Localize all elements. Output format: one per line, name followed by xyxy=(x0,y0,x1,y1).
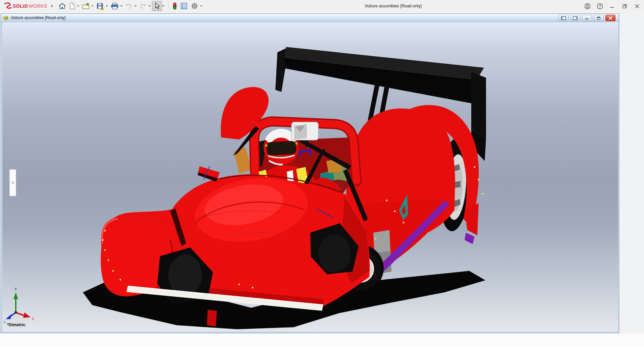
help-icon: ? xyxy=(597,3,603,9)
view-orientation-label: *Dimetric xyxy=(7,323,25,327)
feature-manager-splitter-handle[interactable] xyxy=(9,169,16,196)
options-gear-icon xyxy=(191,2,199,10)
document-window-controls xyxy=(558,15,615,21)
z-axis-label: Z xyxy=(4,321,6,324)
save-button[interactable] xyxy=(95,1,106,11)
solidworks-logo: SOLIDWORKS xyxy=(3,0,47,12)
pane-right-toggle-icon xyxy=(573,16,578,20)
new-document-icon xyxy=(69,2,75,10)
solidworks-3s-icon xyxy=(3,2,12,10)
save-dropdown[interactable] xyxy=(106,5,108,7)
left-rear-fender[interactable] xyxy=(221,87,269,139)
document-title-bar[interactable]: Voiture assomblee [Read-only] xyxy=(1,14,619,22)
z-axis-arrow xyxy=(6,314,12,319)
redo-button[interactable] xyxy=(138,1,148,11)
brand-solid: SOLID xyxy=(13,3,28,9)
minimize-icon xyxy=(585,16,589,20)
pane-left-toggle-button[interactable] xyxy=(558,15,569,21)
undo-button[interactable] xyxy=(124,1,134,11)
main-toolbar xyxy=(57,0,204,12)
helmet-vent xyxy=(265,145,268,147)
minimize-icon xyxy=(610,4,614,8)
account-button[interactable] xyxy=(584,2,591,10)
document-close-button[interactable] xyxy=(605,15,615,21)
open-document-dropdown[interactable] xyxy=(92,5,94,7)
pane-right-toggle-button[interactable] xyxy=(570,15,580,21)
rebuild-traffic-light-icon xyxy=(172,2,177,10)
undo-dropdown[interactable] xyxy=(135,5,137,7)
flyout-chevron-icon[interactable] xyxy=(50,0,54,12)
x-axis-arrow xyxy=(23,312,31,318)
app-title-bar: SOLIDWORKS xyxy=(0,0,644,12)
rebuild-button[interactable] xyxy=(171,1,179,11)
open-document-button[interactable] xyxy=(80,1,91,11)
print-icon xyxy=(111,2,119,10)
close-icon xyxy=(608,16,613,20)
select-tool-button[interactable] xyxy=(152,1,162,11)
splitter-dot xyxy=(11,181,14,184)
home-icon xyxy=(58,2,66,10)
document-title: Voiture assomblee [Read-only] xyxy=(11,15,65,20)
new-document-dropdown[interactable] xyxy=(77,5,79,7)
toolbar-separator xyxy=(168,2,168,10)
document-window: Voiture assomblee [Read-only] xyxy=(1,13,619,333)
y-axis-label: Y xyxy=(14,287,17,291)
assembly-document-icon xyxy=(3,15,9,20)
redo-icon xyxy=(139,2,147,10)
restore-icon xyxy=(622,4,627,9)
document-minimize-button[interactable] xyxy=(582,15,592,21)
orientation-triad[interactable]: Y X Z xyxy=(4,287,34,324)
app-window-controls: ? xyxy=(584,0,641,12)
save-icon xyxy=(96,2,104,10)
options-button[interactable] xyxy=(189,1,200,11)
close-icon xyxy=(635,4,640,9)
print-button[interactable] xyxy=(109,1,120,11)
app-window-title: Voiture assomblee [Read-only] xyxy=(339,0,447,12)
close-button[interactable] xyxy=(633,2,641,10)
account-icon xyxy=(584,3,591,9)
restore-icon xyxy=(596,16,601,20)
undo-icon xyxy=(125,2,133,10)
help-button[interactable]: ? xyxy=(596,2,603,10)
redo-dropdown[interactable] xyxy=(149,5,151,7)
home-button[interactable] xyxy=(57,1,67,11)
document-restore-button[interactable] xyxy=(594,15,604,21)
x-axis-label: X xyxy=(32,317,34,321)
minimize-button[interactable] xyxy=(608,2,616,10)
new-document-button[interactable] xyxy=(67,1,77,11)
restore-button[interactable] xyxy=(621,2,628,10)
print-dropdown[interactable] xyxy=(120,5,122,7)
svg-text:?: ? xyxy=(599,4,601,8)
fender-purple-tip xyxy=(465,233,475,244)
graphics-viewport[interactable]: Y X Z *Dimetric xyxy=(2,22,618,331)
y-axis-arrow xyxy=(13,292,18,299)
mdi-bottom-strip xyxy=(0,333,644,346)
select-tool-dropdown[interactable] xyxy=(162,5,164,7)
mdi-area: Voiture assomblee [Read-only] xyxy=(0,12,644,346)
file-properties-button[interactable] xyxy=(179,1,189,11)
3d-model-scene[interactable]: Y X Z xyxy=(2,22,618,331)
open-document-icon xyxy=(82,2,90,10)
brand-works: WORKS xyxy=(29,3,47,9)
file-properties-icon xyxy=(180,2,188,10)
helmet-vent xyxy=(296,142,298,145)
helmet-visor xyxy=(266,141,297,156)
options-dropdown[interactable] xyxy=(200,5,202,7)
select-cursor-icon xyxy=(153,2,161,10)
pane-left-toggle-icon xyxy=(561,16,566,20)
